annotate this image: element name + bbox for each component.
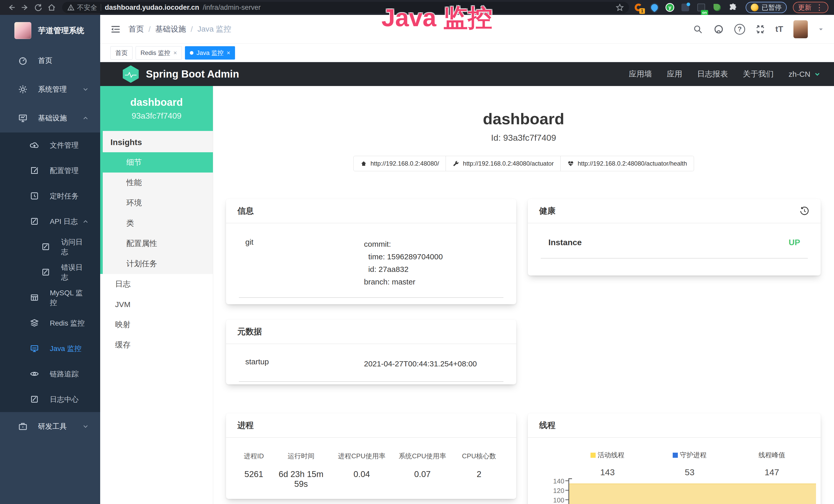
sba-item-metrics[interactable]: 性能 [103, 173, 213, 193]
breadcrumb-separator: / [149, 25, 151, 33]
history-icon[interactable] [799, 206, 809, 216]
process-cpu-value: 0.04 [331, 469, 393, 489]
sidebar-item-java-monitor[interactable]: Java 监控 [0, 336, 100, 361]
actuator-url-button[interactable]: http://192.168.0.2:48080/actuator [446, 156, 561, 171]
forward-icon[interactable] [19, 2, 31, 13]
sidebar-item-label: 错误日志 [61, 263, 89, 282]
tab-redis-monitor[interactable]: Redis 监控 × [136, 46, 182, 60]
legend-value: 53 [685, 467, 695, 477]
sba-item-label: 类 [126, 218, 134, 229]
y-tick: 140 [542, 477, 564, 485]
sidebar-item-scheduled-jobs[interactable]: 定时任务 [0, 183, 100, 209]
extension-leaf-icon[interactable] [712, 3, 722, 12]
home-icon[interactable] [46, 2, 58, 13]
process-table-values: 5261 6d 23h 15m 59s 0.04 0.07 2 [236, 469, 506, 489]
breadcrumb-infra[interactable]: 基础设施 [155, 24, 186, 35]
security-label: 不安全 [77, 3, 97, 12]
url-path: /infra/admin-server [203, 4, 261, 12]
address-bar[interactable]: 不安全 dashboard.yudao.iocoder.cn/infra/adm… [62, 2, 629, 13]
sba-instance-block[interactable]: dashboard 93a3fc7f7409 [100, 86, 213, 131]
threads-card-title: 线程 [528, 413, 821, 438]
reload-icon[interactable] [32, 2, 44, 13]
sidebar-item-error-log[interactable]: 错误日志 [0, 259, 100, 285]
sidebar-item-file-management[interactable]: 文件管理 [0, 133, 100, 158]
sba-item-environment[interactable]: 环境 [103, 193, 213, 213]
bookmark-star-icon[interactable] [616, 3, 624, 12]
extension-grid-icon[interactable] [680, 3, 690, 12]
app-logo-avatar [14, 22, 31, 39]
sidebar-logo-row[interactable]: 芋道管理系统 [0, 15, 100, 46]
sidebar-item-api-log[interactable]: API 日志 [0, 209, 100, 234]
user-avatar[interactable] [793, 20, 808, 38]
sba-nav: 应用墙 应用 日志报表 关于我们 zh-CN [629, 69, 821, 79]
close-icon[interactable]: × [226, 50, 230, 56]
warning-triangle-icon [67, 4, 74, 11]
health-url: http://192.168.0.2:48080/actuator/health [578, 160, 687, 167]
sidebar-item-system[interactable]: 系统管理 [0, 75, 100, 104]
sba-nav-about[interactable]: 关于我们 [743, 69, 774, 79]
sba-workspace: dashboard 93a3fc7f7409 Insights 细节 性能 环境… [100, 86, 834, 504]
sidebar-item-infrastructure[interactable]: 基础设施 [0, 104, 100, 133]
process-id-value: 5261 [236, 469, 271, 489]
sba-title[interactable]: Spring Boot Admin [146, 68, 239, 80]
sidebar-item-redis-monitor[interactable]: Redis 监控 [0, 311, 100, 336]
extension-y-icon[interactable]: y [665, 3, 674, 12]
sidebar-item-dev-tools[interactable]: 研发工具 [0, 412, 100, 441]
sidebar-item-trace[interactable]: 链路追踪 [0, 361, 100, 387]
close-icon[interactable]: × [173, 50, 177, 56]
service-url-button[interactable]: http://192.168.0.2:48080/ [353, 156, 446, 171]
profile-paused-pill[interactable]: 已暂停 [746, 2, 787, 13]
extension-switch-icon[interactable]: on [696, 3, 706, 12]
sba-item-details[interactable]: 细节 [103, 152, 213, 173]
sba-nav-journal[interactable]: 日志报表 [697, 69, 728, 79]
health-url-button[interactable]: http://192.168.0.2:48080/actuator/health [561, 156, 694, 171]
sidebar-item-label: 文件管理 [50, 140, 79, 150]
tags-view: 首页 Redis 监控 × Java 监控 × [100, 44, 834, 62]
security-warning[interactable]: 不安全 [67, 3, 97, 12]
search-icon[interactable] [693, 24, 703, 35]
sidebar-fold-icon[interactable] [110, 24, 121, 35]
sba-item-jvm[interactable]: JVM [100, 294, 213, 315]
browser-menu-icon[interactable]: ⋮ [815, 4, 823, 11]
profile-emoji-icon [751, 4, 759, 11]
sidebar-item-label: 系统管理 [38, 85, 67, 94]
avatar-caret-icon[interactable] [818, 26, 824, 32]
sba-item-logfile[interactable]: 日志 [100, 274, 213, 294]
metadata-value: 2021-04-27T00:44:31.254+08:00 [364, 358, 477, 370]
sidebar-item-label: API 日志 [50, 217, 78, 226]
threads-legend: 活动线程 143 守护进程 53 线程峰值 147 [566, 451, 813, 477]
sba-item-classes[interactable]: 类 [103, 213, 213, 233]
sba-nav-wallboard[interactable]: 应用墙 [629, 69, 652, 79]
back-icon[interactable] [6, 2, 18, 13]
sba-language-value: zh-CN [789, 70, 810, 78]
sidebar-item-log-center[interactable]: 日志中心 [0, 387, 100, 412]
update-button[interactable]: 更新 ⋮ [793, 2, 828, 13]
breadcrumb-home[interactable]: 首页 [128, 24, 144, 35]
metadata-card-title: 元数据 [226, 320, 516, 344]
sba-item-label: 细节 [126, 157, 142, 168]
health-card: 健康 Instance UP [528, 199, 821, 275]
tab-home[interactable]: 首页 [110, 46, 133, 60]
extension-pin-icon[interactable] [650, 3, 659, 12]
sba-language-select[interactable]: zh-CN [789, 70, 821, 78]
metadata-startup-row: startup 2021-04-27T00:44:31.254+08:00 [239, 344, 503, 382]
tab-label: Java 监控 [197, 49, 223, 57]
sidebar-item-access-log[interactable]: 访问日志 [0, 234, 100, 259]
sba-item-config-props[interactable]: 配置属性 [103, 233, 213, 254]
extension-orange-icon[interactable]: 1 [634, 3, 643, 12]
sba-item-scheduled-tasks[interactable]: 计划任务 [103, 254, 213, 274]
help-icon[interactable]: ? [734, 24, 745, 35]
instance-id: 93a3fc7f7409 [132, 111, 182, 121]
sba-item-mappings[interactable]: 映射 [100, 315, 213, 335]
sidebar-item-mysql-monitor[interactable]: MySQL 监控 [0, 285, 100, 311]
github-icon[interactable] [713, 24, 724, 35]
fullscreen-icon[interactable] [755, 24, 765, 34]
extension-badge: 1 [639, 8, 645, 14]
sba-item-caches[interactable]: 缓存 [100, 335, 213, 355]
sidebar-item-home[interactable]: 首页 [0, 46, 100, 75]
sidebar-item-config-management[interactable]: 配置管理 [0, 158, 100, 183]
tab-java-monitor[interactable]: Java 监控 × [185, 46, 235, 60]
font-size-icon[interactable]: tT [775, 24, 783, 34]
extensions-puzzle-icon[interactable] [728, 3, 738, 12]
sba-nav-applications[interactable]: 应用 [667, 69, 682, 79]
